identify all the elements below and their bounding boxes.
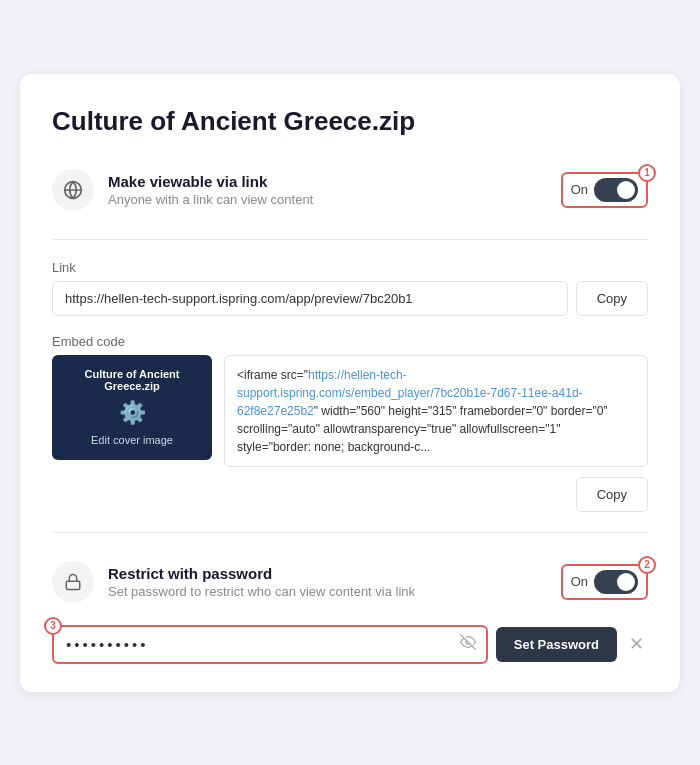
viewable-toggle[interactable] [594, 178, 638, 202]
svg-rect-2 [66, 581, 80, 589]
embed-field-label: Embed code [52, 334, 648, 349]
set-password-button[interactable]: Set Password [496, 627, 617, 662]
embed-section: Embed code Culture of Ancient Greece.zip… [52, 334, 648, 512]
page-title: Culture of Ancient Greece.zip [52, 106, 648, 137]
viewable-desc: Anyone with a link can view content [108, 192, 547, 207]
password-desc: Set password to restrict who can view co… [108, 584, 547, 599]
link-input-row: Copy [52, 281, 648, 316]
embed-row: Culture of Ancient Greece.zip ⚙️ Edit co… [52, 355, 648, 467]
password-input-row: 3 Set Password ✕ [52, 625, 648, 664]
password-input[interactable] [54, 627, 450, 662]
viewable-toggle-label: On [571, 182, 588, 197]
embed-cover-title: Culture of Ancient Greece.zip [52, 368, 212, 392]
divider-2 [52, 532, 648, 533]
link-copy-button[interactable]: Copy [576, 281, 648, 316]
password-section: Restrict with password Set password to r… [52, 553, 648, 664]
password-input-wrapper: 3 [52, 625, 488, 664]
viewable-section: Make viewable via link Anyone with a lin… [52, 161, 648, 219]
lock-icon [52, 561, 94, 603]
link-input[interactable] [52, 281, 568, 316]
viewable-toggle-wrapper[interactable]: On 1 [561, 172, 648, 208]
main-card: Culture of Ancient Greece.zip Make viewa… [20, 74, 680, 692]
divider-1 [52, 239, 648, 240]
close-icon[interactable]: ✕ [625, 633, 648, 655]
embed-cover: Culture of Ancient Greece.zip ⚙️ Edit co… [52, 355, 212, 460]
pw-field-badge: 3 [44, 617, 62, 635]
password-toggle-wrapper[interactable]: On 2 [561, 564, 648, 600]
gear-icon: ⚙️ [119, 400, 146, 426]
embed-copy-row: Copy [52, 477, 648, 512]
link-field-label: Link [52, 260, 648, 275]
embed-code-text: <iframe src=" [237, 368, 308, 382]
embed-cover-edit-label[interactable]: Edit cover image [91, 434, 173, 446]
password-toggle[interactable] [594, 570, 638, 594]
viewable-badge: 1 [638, 164, 656, 182]
embed-code-box: <iframe src="https://hellen-tech-support… [224, 355, 648, 467]
password-toggle-label: On [571, 574, 588, 589]
password-text: Restrict with password Set password to r… [108, 565, 547, 599]
viewable-text: Make viewable via link Anyone with a lin… [108, 173, 547, 207]
embed-copy-button[interactable]: Copy [576, 477, 648, 512]
viewable-label: Make viewable via link [108, 173, 547, 190]
globe-icon [52, 169, 94, 211]
eye-hide-icon[interactable] [450, 634, 486, 654]
password-badge: 2 [638, 556, 656, 574]
link-section: Link Copy [52, 260, 648, 316]
password-row: Restrict with password Set password to r… [52, 553, 648, 611]
password-label: Restrict with password [108, 565, 547, 582]
